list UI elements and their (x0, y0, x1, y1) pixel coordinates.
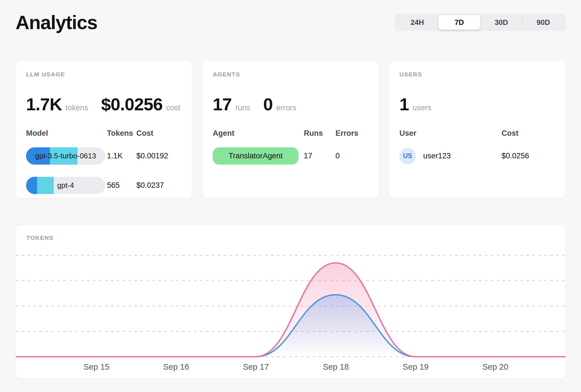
x-tick-label: Sep 15 (83, 362, 109, 371)
table-row: US user123 $0.0256 (399, 147, 555, 165)
users-card-label: USERS (399, 71, 555, 78)
table-row: gpt-4 565 $0.0237 (26, 177, 182, 194)
llm-usage-card-label: LLM USAGE (26, 71, 182, 78)
users-card: USERS 1 users User Cost US user123 $0.02… (389, 60, 566, 199)
llm-table-header: Model Tokens Cost (26, 129, 182, 138)
tokens-stat-unit: tokens (66, 104, 88, 112)
errors-stat-value: 0 (263, 94, 273, 114)
user-avatar: US (399, 148, 416, 164)
tokens-stat: 1.7K tokens (26, 94, 88, 114)
agent-runs-value: 17 (304, 152, 335, 160)
model-usage-bar: gpt-3.5-turbo-0613 (26, 147, 105, 165)
agents-card: AGENTS 17 runs 0 errors Agent Runs Error… (202, 60, 379, 199)
table-row: gpt-3.5-turbo-0613 1.1K $0.00192 (26, 147, 182, 165)
column-header-agent: Agent (213, 129, 304, 138)
tokens-chart-card: TOKENS (16, 225, 566, 379)
runs-stat: 17 runs (213, 94, 250, 114)
llm-usage-card: LLM USAGE 1.7K tokens $0.0256 cost Model… (16, 60, 192, 199)
model-name: gpt-4 (26, 177, 105, 194)
tokens-stat-value: 1.7K (26, 94, 62, 114)
user-cell: US user123 (399, 148, 502, 164)
model-name: gpt-3.5-turbo-0613 (26, 147, 105, 165)
column-header-model: Model (26, 129, 107, 138)
summary-cards-row: LLM USAGE 1.7K tokens $0.0256 cost Model… (16, 60, 566, 199)
cost-stat-value: $0.0256 (101, 94, 163, 114)
range-button-7d[interactable]: 7D (438, 15, 481, 30)
users-stat-unit: users (412, 104, 431, 112)
range-button-90d[interactable]: 90D (522, 15, 565, 30)
runs-stat-value: 17 (213, 94, 232, 114)
range-button-24h[interactable]: 24H (396, 15, 438, 30)
model-cost-value: $0.0237 (136, 181, 182, 190)
runs-stat-unit: runs (235, 104, 250, 112)
model-tokens-value: 1.1K (107, 152, 136, 160)
llm-usage-stats: 1.7K tokens $0.0256 cost (26, 94, 182, 114)
cost-stat-unit: cost (166, 104, 180, 112)
x-tick-label: Sep 18 (323, 362, 349, 371)
agent-errors-value: 0 (335, 152, 369, 160)
tokens-chart-label: TOKENS (26, 234, 54, 241)
cost-stat: $0.0256 cost (101, 94, 180, 114)
users-stat-value: 1 (399, 94, 409, 114)
agent-name-pill[interactable]: TranslatorAgent (213, 147, 298, 165)
users-table-header: User Cost (399, 129, 555, 138)
x-axis-tick-labels: Sep 15 Sep 16 Sep 17 Sep 18 Sep 19 Sep 2… (83, 362, 508, 371)
column-header-errors: Errors (335, 129, 369, 138)
x-tick-label: Sep 19 (403, 362, 429, 371)
agents-stats: 17 runs 0 errors (213, 94, 369, 114)
range-button-30d[interactable]: 30D (480, 15, 522, 30)
model-cost-value: $0.00192 (136, 152, 182, 160)
time-range-switcher: 24H 7D 30D 90D (395, 14, 566, 31)
column-header-user: User (399, 129, 502, 138)
x-tick-label: Sep 20 (482, 362, 508, 371)
column-header-cost: Cost (136, 129, 182, 138)
x-tick-label: Sep 16 (163, 362, 189, 371)
agents-card-label: AGENTS (213, 71, 369, 78)
top-bar: Analytics 24H 7D 30D 90D (16, 11, 566, 33)
errors-stat: 0 errors (263, 94, 296, 114)
model-usage-bar: gpt-4 (26, 177, 105, 194)
errors-stat-unit: errors (276, 104, 296, 112)
x-tick-label: Sep 17 (243, 362, 269, 371)
user-cost-value: $0.0256 (502, 152, 555, 160)
table-row: TranslatorAgent 17 0 (213, 147, 369, 165)
tokens-area-chart: Sep 15 Sep 16 Sep 17 Sep 18 Sep 19 Sep 2… (16, 225, 565, 379)
user-name: user123 (423, 152, 451, 160)
agents-table-header: Agent Runs Errors (213, 129, 369, 138)
users-stats: 1 users (399, 94, 555, 114)
column-header-runs: Runs (304, 129, 335, 138)
analytics-page: Analytics 24H 7D 30D 90D LLM USAGE 1.7K … (0, 0, 581, 379)
column-header-cost: Cost (502, 129, 555, 138)
column-header-tokens: Tokens (107, 129, 136, 138)
model-tokens-value: 565 (107, 181, 136, 190)
page-title: Analytics (16, 11, 97, 33)
users-stat: 1 users (399, 94, 431, 114)
